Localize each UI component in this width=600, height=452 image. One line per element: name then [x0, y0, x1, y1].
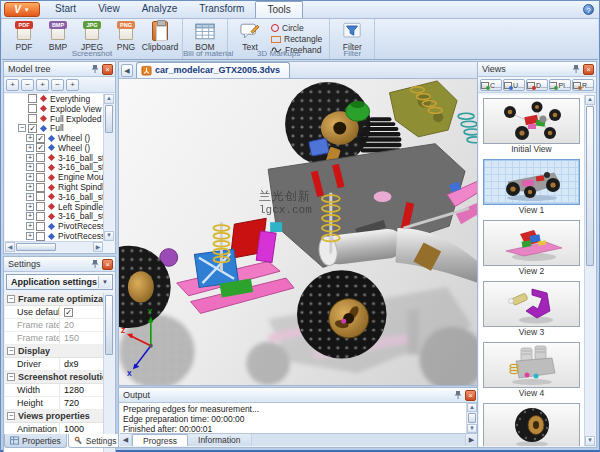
panel-tab-settings[interactable]: Settings — [68, 434, 123, 448]
ribbon-tab-tools[interactable]: Tools — [255, 1, 302, 18]
scroll-down-icon[interactable]: ▼ — [467, 424, 477, 433]
view-item-view-5[interactable]: View 5 — [483, 403, 580, 446]
tree-item[interactable]: Explode View 1 — [5, 104, 103, 114]
expand-icon[interactable]: + — [26, 134, 34, 142]
view-thumbnail[interactable] — [483, 220, 580, 266]
bom-button[interactable]: BOM — [188, 20, 222, 52]
collapse-icon[interactable]: − — [7, 373, 15, 381]
clipboard-button[interactable]: Clipboard — [143, 20, 177, 52]
tree-item[interactable]: +✓Wheel () — [5, 143, 103, 153]
scroll-up-icon[interactable]: ▲ — [104, 94, 114, 104]
expand-branch-button[interactable]: + — [36, 79, 49, 91]
tree-item[interactable]: +3-16_ball_stud () — [5, 163, 103, 173]
expand-icon[interactable]: + — [26, 232, 34, 240]
collapse-icon[interactable]: − — [7, 295, 15, 303]
view-item-view-3[interactable]: View 3 — [483, 281, 580, 338]
model-tree-hscrollbar[interactable]: ◀ ▶ — [5, 241, 103, 252]
expand-selected-button[interactable]: + — [66, 79, 79, 91]
settings-group-row[interactable]: −Display — [5, 345, 103, 358]
view-item-view-1[interactable]: View 1 — [483, 159, 580, 216]
rectangle-button[interactable]: Rectangle — [269, 34, 324, 44]
png-button[interactable]: PNGPNG — [109, 20, 143, 52]
tree-item[interactable]: +Engine Mount () — [5, 172, 103, 182]
play-views-button[interactable]: Pl... — [549, 79, 571, 91]
property-value[interactable]: ✓ — [60, 306, 103, 318]
collapse-branch-button[interactable]: − — [51, 79, 64, 91]
collapse-icon[interactable]: − — [7, 347, 15, 355]
ribbon-tab-view[interactable]: View — [87, 1, 131, 18]
tree-item[interactable]: Everything — [5, 94, 103, 104]
close-icon[interactable]: × — [583, 64, 594, 75]
tree-item[interactable]: +✓Wheel () — [5, 133, 103, 143]
create-view-button[interactable]: C... — [480, 79, 502, 91]
property-value[interactable]: 20 — [60, 319, 103, 331]
view-thumbnail[interactable] — [483, 403, 580, 446]
view-thumbnail[interactable] — [483, 159, 580, 205]
ribbon-tab-start[interactable]: Start — [44, 1, 87, 18]
visibility-checkbox[interactable] — [28, 104, 37, 113]
expand-icon[interactable]: + — [26, 173, 34, 181]
settings-group-row[interactable]: −Views properties — [5, 410, 103, 423]
output-tab-progress[interactable]: Progress — [132, 434, 188, 446]
tree-item[interactable]: +3-16_ball_stud () — [5, 192, 103, 202]
tree-item[interactable]: Full Exploded — [5, 114, 103, 124]
expand-icon[interactable]: + — [26, 154, 34, 162]
settings-group-row[interactable]: −Screenshot resolution — [5, 371, 103, 384]
jpeg-button[interactable]: JPGJPEG — [75, 20, 109, 52]
document-tab[interactable]: car_modelcar_GTX2005.3dvs — [136, 62, 290, 78]
collapse-icon[interactable]: − — [7, 412, 15, 420]
view-item-initial-view[interactable]: Initial View — [483, 98, 580, 155]
collapse-icon[interactable]: − — [18, 124, 26, 132]
ribbon-tab-analyze[interactable]: Analyze — [131, 1, 189, 18]
visibility-checkbox[interactable] — [36, 212, 45, 221]
view-thumbnail[interactable] — [483, 281, 580, 327]
expand-icon[interactable]: + — [26, 212, 34, 220]
visibility-checkbox[interactable] — [36, 202, 45, 211]
property-value[interactable]: 1280 — [60, 384, 103, 396]
scroll-up-icon[interactable]: ▲ — [467, 403, 477, 412]
visibility-checkbox[interactable] — [36, 222, 45, 231]
property-value[interactable]: dx9 — [60, 358, 103, 370]
tree-item[interactable]: +Left Spindle () — [5, 202, 103, 212]
output-vscrollbar[interactable]: ▲ ▼ — [466, 403, 477, 433]
pdf-button[interactable]: PDFPDF — [7, 20, 41, 52]
property-value[interactable]: 150 — [60, 332, 103, 344]
visibility-checkbox[interactable] — [36, 232, 45, 241]
expand-icon[interactable]: + — [26, 222, 34, 230]
expand-icon[interactable]: + — [26, 203, 34, 211]
visibility-checkbox[interactable] — [36, 173, 45, 182]
checkbox[interactable]: ✓ — [64, 308, 73, 317]
scroll-down-icon[interactable]: ▼ — [585, 436, 595, 446]
visibility-checkbox[interactable] — [36, 192, 45, 201]
visibility-checkbox[interactable]: ✓ — [36, 143, 45, 152]
view-thumbnail[interactable] — [483, 98, 580, 144]
scroll-left-icon[interactable]: ◀ — [5, 242, 15, 252]
expand-icon[interactable]: + — [26, 183, 34, 191]
expand-icon[interactable]: + — [26, 144, 34, 152]
rename-view-button[interactable]: R... — [572, 79, 594, 91]
panel-tab-properties[interactable]: Properties — [4, 434, 67, 448]
close-icon[interactable]: × — [102, 259, 113, 270]
tree-item[interactable]: +PivotRecession2 ( — [5, 221, 103, 231]
tab-scroll-left-icon[interactable]: ◀ — [120, 434, 132, 446]
scroll-up-icon[interactable]: ▲ — [585, 95, 595, 105]
view-thumbnail[interactable] — [483, 342, 580, 388]
settings-vscrollbar[interactable]: ▼ — [103, 293, 114, 452]
close-icon[interactable]: × — [102, 64, 113, 75]
scroll-right-icon[interactable]: ▶ — [93, 242, 103, 252]
application-menu-button[interactable]: V ▼ — [4, 2, 40, 17]
circle-button[interactable]: Circle — [269, 23, 324, 33]
bmp-button[interactable]: BMPBMP — [41, 20, 75, 52]
tab-scroll-right-icon[interactable]: ▶ — [465, 434, 477, 446]
tree-item[interactable]: +Right Spindle () — [5, 182, 103, 192]
3d-viewport[interactable]: Y Z X 兰光创新 lgcx.com — [118, 78, 479, 386]
settings-group-row[interactable]: −Frame rate optimization sett... — [5, 293, 103, 306]
visibility-checkbox[interactable] — [36, 153, 45, 162]
tab-scroll-left-icon[interactable]: ◀ — [121, 64, 133, 77]
tree-item[interactable]: +3-16_ball_stud () — [5, 212, 103, 222]
scroll-down-icon[interactable]: ▼ — [104, 231, 114, 241]
pin-icon[interactable] — [571, 64, 581, 74]
help-button[interactable]: ? — [583, 4, 594, 15]
visibility-checkbox[interactable]: ✓ — [36, 134, 45, 143]
view-item-view-4[interactable]: View 4 — [483, 342, 580, 399]
